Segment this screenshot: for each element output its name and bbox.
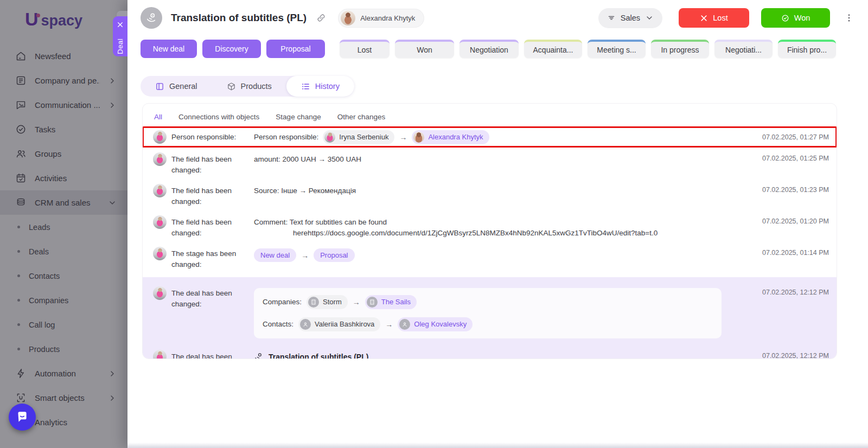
- avatar: [153, 215, 167, 229]
- new-contact-name: Oleg Kovalevsky: [414, 319, 467, 330]
- chat-widget-button[interactable]: [9, 404, 36, 431]
- history-filter-tabs: All Connections with objects Stage chang…: [143, 104, 837, 127]
- old-stage-chip[interactable]: New deal: [254, 248, 296, 262]
- timestamp: 07.02.2025, 12:12 PM: [743, 350, 829, 359]
- history-row-label: The field has been changed:: [171, 216, 254, 239]
- filter-all[interactable]: All: [154, 113, 162, 121]
- deal-tab-label: Deal: [116, 39, 124, 54]
- more-actions-icon[interactable]: [844, 13, 854, 23]
- stage-discovery[interactable]: Discovery: [202, 40, 261, 58]
- timestamp: 07.02.2025, 12:12 PM: [743, 287, 829, 296]
- old-contact-chip[interactable]: Valeriia Bashkirova: [298, 317, 380, 331]
- history-row-stage-changed[interactable]: The stage has been changed: New deal → P…: [143, 243, 837, 274]
- filter-other-changes[interactable]: Other changes: [337, 113, 386, 121]
- tab-history[interactable]: History: [286, 76, 354, 97]
- won-button[interactable]: Won: [761, 8, 830, 28]
- deal-header: Translation of subtitles (PL) Alexandra …: [127, 0, 868, 29]
- avatar: [153, 130, 167, 144]
- lost-button[interactable]: Lost: [679, 8, 749, 28]
- history-row-content: Translation of subtitles (PL): [254, 350, 743, 359]
- old-company-name: Storm: [323, 297, 342, 308]
- stage-acquaintance[interactable]: Acquainta...: [524, 40, 582, 58]
- avatar: [153, 247, 167, 260]
- arrow-icon: →: [301, 250, 309, 261]
- history-row-content: Source: Інше → Рекомендація: [254, 184, 743, 196]
- stage-finish[interactable]: Finish pro...: [778, 40, 836, 58]
- new-person-name: Alexandra Khytyk: [428, 132, 483, 143]
- avatar: [153, 152, 167, 166]
- old-value-chip[interactable]: Iryna Serbeniuk: [323, 130, 394, 144]
- stage-negotiation-2[interactable]: Negotiati...: [714, 40, 773, 58]
- contacts-change-line: Contacts: Valeriia Bashkirova → Oleg Kov…: [263, 317, 713, 331]
- history-row-label: Person responsible:: [171, 132, 254, 143]
- new-contact-chip[interactable]: Oleg Kovalevsky: [398, 317, 473, 331]
- companies-label: Companies:: [263, 297, 302, 308]
- created-deal-line: Translation of subtitles (PL): [254, 351, 743, 359]
- deal-slideover-panel: Deal Translation of subtitles (PL) Alexa…: [127, 0, 868, 448]
- comment-line-1: Comment: Text for subtitles can be found: [254, 217, 743, 228]
- person-icon: [300, 319, 311, 330]
- arrow-icon: →: [399, 132, 407, 143]
- filter-stage-change[interactable]: Stage change: [276, 113, 321, 121]
- funnel-name: Sales: [621, 14, 640, 22]
- history-row-deal-created[interactable]: The deal has been created: Translation o…: [143, 346, 837, 359]
- timestamp: 07.02.2025, 01:27 PM: [743, 133, 829, 141]
- history-row-deal-changed[interactable]: The deal has been changed: Companies: St…: [143, 283, 837, 343]
- products-tab-icon: [227, 82, 236, 91]
- history-creation-group: The deal has been changed: Companies: St…: [143, 277, 837, 359]
- sidebar: U spacy Newsfeed Company and pe... Commu…: [0, 0, 127, 448]
- stage-proposal[interactable]: Proposal: [266, 40, 325, 58]
- arrow-icon: →: [353, 297, 360, 308]
- avatar: [413, 132, 424, 143]
- detail-tabs: General Products History: [141, 76, 354, 97]
- copy-link-icon[interactable]: [316, 13, 326, 23]
- companies-change-line: Companies: Storm → The Sails: [263, 295, 713, 309]
- avatar: [153, 350, 167, 359]
- new-stage-chip[interactable]: Proposal: [314, 248, 354, 262]
- stage-lost[interactable]: Lost: [340, 40, 390, 58]
- check-circle-icon: [781, 14, 789, 22]
- close-icon[interactable]: [117, 21, 124, 28]
- tab-label: History: [315, 82, 340, 91]
- tab-general[interactable]: General: [141, 76, 212, 97]
- history-row-comment-changed[interactable]: The field has been changed: Comment: Tex…: [143, 212, 837, 243]
- history-row-content: New deal → Proposal: [254, 247, 743, 262]
- responsible-person-pill[interactable]: Alexandra Khytyk: [338, 9, 424, 28]
- deal-side-tab[interactable]: Deal: [113, 16, 127, 56]
- panel-bottom-edge: [127, 443, 868, 448]
- filter-connections[interactable]: Connections with objects: [178, 113, 259, 121]
- history-row-content: Comment: Text for subtitles can be found…: [254, 216, 743, 239]
- old-company-chip[interactable]: Storm: [307, 295, 348, 309]
- timestamp: 07.02.2025, 01:23 PM: [743, 184, 829, 194]
- stage-negotiation[interactable]: Negotiation: [459, 40, 519, 58]
- modal-dim-overlay[interactable]: [0, 0, 127, 448]
- chevron-down-icon: [645, 14, 654, 22]
- stage-in-progress[interactable]: In progress: [651, 40, 709, 58]
- history-row-person-responsible[interactable]: Person responsible: Person responsible: …: [143, 127, 837, 147]
- pipeline-stage-bar: New deal Discovery Proposal Lost Won Neg…: [127, 29, 868, 58]
- avatar: [153, 184, 167, 197]
- deal-icon: [254, 352, 264, 359]
- history-row-content: Companies: Storm → The Sails: [254, 287, 743, 338]
- funnel-selector[interactable]: Sales: [598, 8, 662, 28]
- history-row-label: The deal has been changed:: [171, 287, 254, 310]
- history-row-label: The deal has been created:: [171, 350, 254, 359]
- history-row-source-changed[interactable]: The field has been changed: Source: Інше…: [143, 180, 837, 212]
- history-row-amount-changed[interactable]: The field has been changed: amount: 2000…: [143, 149, 837, 180]
- deal-type-icon: [141, 7, 162, 29]
- new-company-chip[interactable]: The Sails: [365, 295, 417, 309]
- tab-label: General: [169, 82, 197, 91]
- new-value-chip[interactable]: Alexandra Khytyk: [412, 130, 489, 144]
- avatar: [153, 286, 167, 300]
- stage-new-deal[interactable]: New deal: [141, 40, 197, 58]
- stage-meeting[interactable]: Meeting s...: [588, 40, 646, 58]
- history-row-label: The field has been changed:: [171, 184, 254, 207]
- building-icon: [367, 297, 378, 308]
- comment-line-2: herehttps://docs.google.com/document/d/1…: [254, 228, 743, 239]
- history-card: All Connections with objects Stage chang…: [142, 103, 837, 359]
- new-company-name: The Sails: [381, 297, 411, 308]
- timestamp: 07.02.2025, 01:20 PM: [743, 216, 829, 225]
- tab-products[interactable]: Products: [212, 76, 286, 97]
- filter-icon: [607, 14, 616, 22]
- stage-won[interactable]: Won: [395, 40, 454, 58]
